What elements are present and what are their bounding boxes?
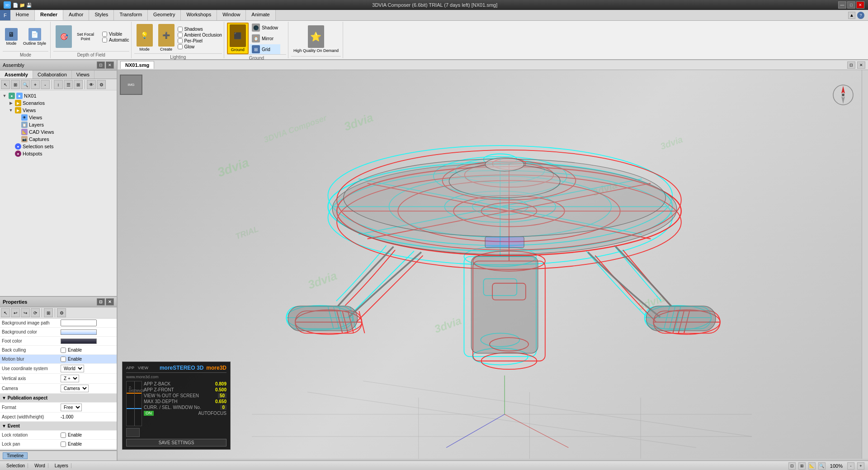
glow-input[interactable]: [178, 44, 183, 49]
stereo-tab-view[interactable]: VIEW: [138, 366, 148, 370]
ambient-occlusion-input[interactable]: [178, 33, 183, 38]
viewport-detach-button[interactable]: ⊡: [847, 61, 855, 69]
tab-workshops[interactable]: Workshops: [181, 10, 217, 20]
per-pixel-checkbox[interactable]: Per-Pixel: [178, 38, 222, 43]
tree-item-views-child[interactable]: ▶ 👁 Views: [2, 114, 115, 121]
tree-item-hotspots[interactable]: ▶ ● Hotspots: [2, 150, 115, 157]
tree-item-cad-views[interactable]: ▶ 📐 CAD Views: [2, 128, 115, 136]
viewport-close-button[interactable]: ✕: [857, 61, 865, 69]
status-btn-2[interactable]: ⊞: [798, 462, 806, 470]
expand-nx01[interactable]: ▼: [2, 93, 7, 99]
viewport-tab-nx01[interactable]: NX01.smg: [120, 61, 154, 69]
visible-checkbox[interactable]: Visible: [102, 32, 129, 37]
tab-collaboration[interactable]: Collaboration: [33, 70, 72, 79]
format-select[interactable]: Free: [61, 404, 82, 411]
lock-pan-checkbox[interactable]: [61, 442, 66, 447]
automatic-input[interactable]: [102, 38, 107, 42]
tab-window[interactable]: Window: [217, 10, 246, 20]
back-culling-checkbox[interactable]: [61, 348, 66, 353]
properties-close-button[interactable]: ✕: [106, 298, 114, 306]
list-tool[interactable]: ☰: [64, 80, 73, 89]
bg-color-swatch[interactable]: [61, 329, 97, 335]
shadows-checkbox[interactable]: Shadows: [178, 27, 222, 32]
stereo-tab-app[interactable]: APP: [126, 366, 134, 370]
viewport-scrollbar[interactable]: [862, 70, 868, 459]
tree-item-captures[interactable]: ▶ 📷 Captures: [2, 136, 115, 143]
ribbon-collapse-button[interactable]: ▲: [848, 12, 855, 19]
properties-detach-button[interactable]: ⊡: [97, 298, 105, 306]
outline-style-button[interactable]: 📄 Outline Style: [21, 27, 48, 47]
tree-item-nx01[interactable]: ▼ ● ■ NX01: [2, 92, 115, 99]
tab-render[interactable]: Render: [35, 10, 63, 20]
prop-tool-4[interactable]: ⟳: [31, 308, 40, 317]
status-btn-4[interactable]: 🔍: [818, 462, 826, 470]
status-btn-1[interactable]: ⊡: [788, 462, 796, 470]
tab-file[interactable]: F: [0, 10, 10, 20]
grid-button[interactable]: ⊞ Grid: [250, 44, 280, 54]
expand-views[interactable]: ▼: [8, 108, 14, 113]
tree-item-views-root[interactable]: ▼ ▶ Views: [2, 107, 115, 114]
viewport-canvas[interactable]: 3DVIA Composer 3dvia TRIAL 3dvia 3dvia 3…: [118, 70, 868, 459]
camera-select[interactable]: Camera: [61, 385, 89, 392]
zoom-in-button[interactable]: +: [857, 462, 864, 470]
tab-assembly[interactable]: Assembly: [0, 70, 33, 79]
tab-animate[interactable]: Animate: [246, 10, 275, 20]
visible-input[interactable]: [102, 32, 107, 37]
visibility-tool[interactable]: 👁: [87, 80, 96, 89]
lock-rotation-checkbox[interactable]: [61, 432, 66, 438]
lighting-mode-button[interactable]: 💡 Mode: [134, 23, 155, 53]
prop-tool-1[interactable]: ↖: [1, 308, 10, 317]
stereo-save-button[interactable]: SAVE SETTINGS: [126, 439, 226, 446]
tab-home[interactable]: Home: [10, 10, 35, 20]
tree-item-scenarios[interactable]: ▶ ▶ Scenarios: [2, 99, 115, 107]
assembly-close-button[interactable]: ✕: [106, 61, 114, 69]
foot-color-swatch[interactable]: [61, 338, 97, 344]
status-btn-3[interactable]: 📐: [808, 462, 816, 470]
select-tool[interactable]: ↖: [1, 80, 10, 89]
maximize-button[interactable]: □: [847, 1, 855, 9]
tree-item-selection-sets[interactable]: ▶ ● Selection sets: [2, 143, 115, 150]
automatic-checkbox[interactable]: Automatic: [102, 38, 129, 42]
shadow-button[interactable]: 🌑 Shadow: [250, 23, 280, 33]
motion-blur-checkbox[interactable]: [61, 357, 66, 362]
properties-tool[interactable]: ⚙: [97, 80, 106, 89]
collapse-tool[interactable]: -: [41, 80, 50, 89]
tab-author[interactable]: Author: [63, 10, 89, 20]
per-pixel-input[interactable]: [178, 38, 183, 43]
high-quality-button[interactable]: ⭐ High Quality On Demand: [291, 24, 341, 55]
timeline-button[interactable]: Timeline: [3, 452, 28, 459]
glow-checkbox[interactable]: Glow: [178, 44, 222, 49]
shadows-input[interactable]: [178, 27, 183, 32]
vertical-axis-select[interactable]: Z +: [61, 375, 79, 382]
mirror-button[interactable]: 🪞 Mirror: [250, 33, 280, 43]
bg-image-input[interactable]: [61, 320, 97, 326]
prop-tool-6[interactable]: ⚙: [57, 308, 66, 317]
ground-button[interactable]: ⬛ Ground: [227, 23, 249, 54]
tab-geometry[interactable]: Geometry: [148, 10, 181, 20]
help-button[interactable]: ?: [857, 12, 864, 19]
filter-tool[interactable]: 🔍: [21, 80, 30, 89]
tab-views[interactable]: Views: [72, 70, 94, 79]
mode-button[interactable]: 🖥 Mode: [3, 27, 20, 47]
minimize-button[interactable]: —: [838, 1, 846, 9]
zoom-out-button[interactable]: -: [847, 462, 854, 470]
lighting-create-button[interactable]: ➕ Create: [156, 23, 177, 53]
prop-tool-5[interactable]: ⊞: [44, 308, 53, 317]
set-focal-point-button[interactable]: 🎯 Set Focal Point: [53, 24, 101, 50]
prop-tool-3[interactable]: ↪: [21, 308, 30, 317]
sort-tool[interactable]: ↕: [54, 80, 63, 89]
expand-scenarios[interactable]: ▶: [8, 100, 14, 106]
coord-system-select[interactable]: World: [61, 365, 84, 372]
multi-select-tool[interactable]: ⊞: [11, 80, 20, 89]
tab-styles[interactable]: Styles: [89, 10, 114, 20]
prop-bg-image-value[interactable]: [61, 320, 115, 326]
tree-item-layers[interactable]: ▶ 📋 Layers: [2, 121, 115, 128]
prop-tool-2[interactable]: ↩: [11, 308, 20, 317]
tab-transform[interactable]: Transform: [114, 10, 148, 20]
ambient-occlusion-checkbox[interactable]: Ambient Occlusion: [178, 33, 222, 38]
expand-tool[interactable]: +: [31, 80, 40, 89]
dof-checkboxes: Visible Automatic: [102, 32, 129, 42]
close-button[interactable]: ✕: [856, 1, 864, 9]
assembly-detach-button[interactable]: ⊡: [97, 61, 105, 69]
grid-view-tool[interactable]: ⊞: [74, 80, 83, 89]
